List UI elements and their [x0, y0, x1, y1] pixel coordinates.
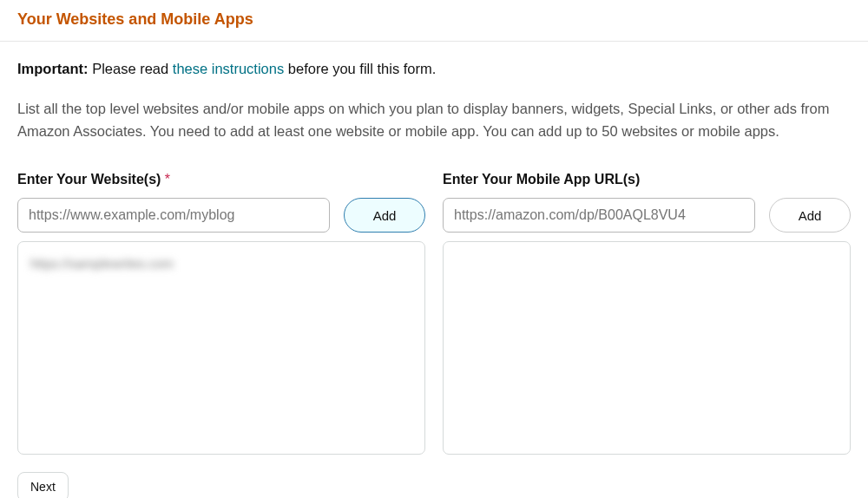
websites-label-text: Enter Your Website(s) [17, 172, 161, 187]
website-entry: https://samplewrites.com [30, 256, 174, 271]
notice-post-text: before you fill this form. [284, 61, 436, 76]
apps-column: Enter Your Mobile App URL(s) Add [443, 172, 851, 455]
required-mark: * [165, 172, 170, 187]
websites-label: Enter Your Website(s) * [17, 172, 425, 187]
app-url-input[interactable] [443, 198, 755, 233]
websites-list-box: https://samplewrites.com [17, 241, 425, 455]
instructions-link[interactable]: these instructions [173, 61, 284, 76]
apps-list-box [443, 241, 851, 455]
notice-pre-text: Please read [89, 61, 173, 76]
next-button[interactable]: Next [17, 472, 69, 498]
section-title: Your Websites and Mobile Apps [17, 10, 851, 29]
websites-column: Enter Your Website(s) * Add https://samp… [17, 172, 425, 455]
add-app-button[interactable]: Add [769, 198, 851, 233]
website-input[interactable] [17, 198, 330, 233]
description-text: List all the top level websites and/or m… [17, 98, 851, 142]
apps-label: Enter Your Mobile App URL(s) [443, 172, 851, 187]
important-notice: Important: Please read these instruction… [17, 61, 851, 77]
add-website-button[interactable]: Add [344, 198, 425, 233]
important-label: Important: [17, 61, 89, 76]
